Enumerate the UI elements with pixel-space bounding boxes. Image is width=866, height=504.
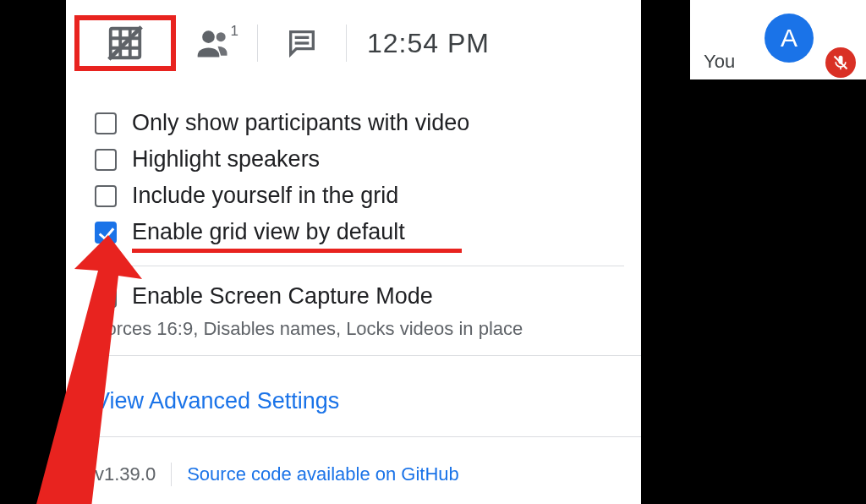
mic-muted-indicator	[825, 47, 856, 78]
toolbar: 1 12:54 PM	[66, 0, 641, 88]
footer-separator	[171, 463, 172, 486]
option-enable-grid-default[interactable]: Enable grid view by default	[95, 214, 624, 250]
option-screen-capture-label: Enable Screen Capture Mode	[132, 283, 433, 310]
chat-icon	[285, 26, 319, 60]
checkbox-highlight-speakers[interactable]	[95, 149, 117, 171]
participants-button[interactable]: 1	[176, 18, 250, 68]
option-only-video-label: Only show participants with video	[132, 110, 469, 136]
divider-3	[95, 436, 641, 437]
self-view-label: You	[704, 51, 735, 73]
option-highlight-speakers-label: Highlight speakers	[132, 146, 320, 173]
chat-button[interactable]	[265, 18, 339, 68]
option-include-self-label: Include yourself in the grid	[132, 183, 398, 209]
screen-capture-section: Enable Screen Capture Mode Forces 16:9, …	[66, 278, 641, 486]
divider-2	[95, 355, 641, 356]
grid-view-highlight-box	[74, 15, 176, 71]
svg-point-6	[202, 30, 215, 43]
option-highlight-speakers[interactable]: Highlight speakers	[95, 141, 624, 178]
grid-view-toggle-button[interactable]	[106, 18, 145, 68]
mic-off-icon	[832, 54, 849, 71]
version-label: v1.39.0	[95, 463, 156, 485]
grid-off-icon	[106, 24, 145, 63]
toolbar-separator	[257, 25, 258, 62]
checkbox-include-self[interactable]	[95, 185, 117, 207]
highlight-underline	[132, 249, 462, 253]
checkbox-enable-grid-default[interactable]	[95, 222, 117, 244]
toolbar-separator-2	[346, 25, 347, 62]
screen-capture-description: Forces 16:9, Disables names, Locks video…	[95, 318, 641, 340]
settings-panel: 1 12:54 PM Only show participants with v…	[66, 0, 641, 504]
option-include-self[interactable]: Include yourself in the grid	[95, 178, 624, 214]
source-code-link[interactable]: Source code available on GitHub	[187, 463, 459, 485]
divider-1	[95, 266, 624, 266]
advanced-settings-link[interactable]: View Advanced Settings	[95, 388, 339, 414]
clock-display: 12:54 PM	[367, 28, 490, 59]
checkbox-screen-capture[interactable]	[95, 286, 117, 308]
people-icon	[195, 25, 232, 62]
avatar: A	[765, 14, 814, 63]
self-view-tile: You A	[690, 0, 866, 79]
svg-point-7	[216, 32, 226, 41]
participants-count-badge: 1	[231, 23, 238, 40]
option-only-video[interactable]: Only show participants with video	[95, 105, 624, 141]
option-enable-grid-default-label: Enable grid view by default	[132, 219, 405, 245]
option-screen-capture[interactable]: Enable Screen Capture Mode	[95, 278, 641, 315]
checkbox-only-video[interactable]	[95, 112, 117, 134]
options-list: Only show participants with video Highli…	[66, 88, 641, 266]
footer: v1.39.0 Source code available on GitHub	[95, 449, 641, 486]
svg-line-5	[109, 27, 141, 59]
advanced-settings-row: View Advanced Settings	[95, 368, 641, 414]
